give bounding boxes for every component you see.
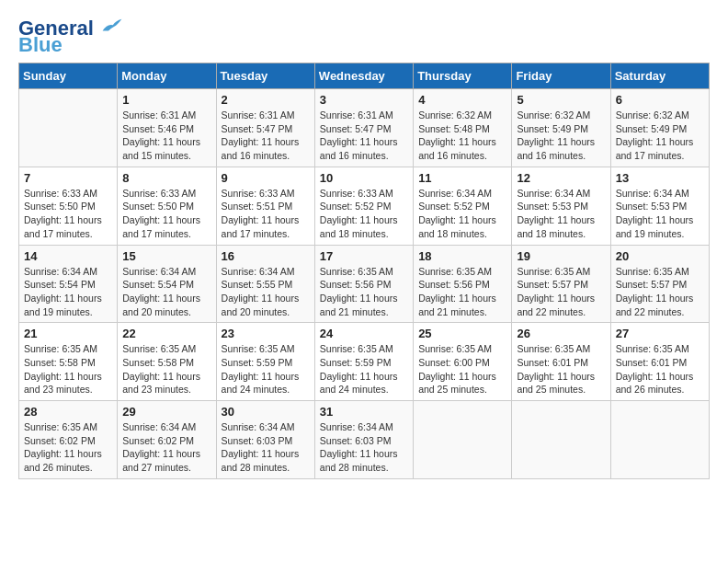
day-info: Sunrise: 6:34 AM Sunset: 5:53 PM Dayligh… [517, 187, 605, 241]
day-number: 30 [222, 405, 310, 419]
logo: General Blue [18, 18, 123, 55]
weekday-header-wednesday: Wednesday [314, 63, 413, 89]
day-number: 24 [320, 327, 408, 340]
calendar-cell: 13Sunrise: 6:34 AM Sunset: 5:53 PM Dayli… [610, 167, 709, 245]
calendar-cell: 31Sunrise: 6:34 AM Sunset: 6:03 PM Dayli… [314, 401, 413, 479]
calendar-cell: 20Sunrise: 6:35 AM Sunset: 5:57 PM Dayli… [610, 245, 709, 323]
calendar-cell: 22Sunrise: 6:35 AM Sunset: 5:58 PM Dayli… [118, 323, 216, 401]
day-info: Sunrise: 6:35 AM Sunset: 5:57 PM Dayligh… [517, 265, 605, 319]
weekday-header-saturday: Saturday [610, 63, 709, 89]
calendar-cell [512, 401, 610, 479]
calendar-cell: 15Sunrise: 6:34 AM Sunset: 5:54 PM Dayli… [118, 245, 216, 323]
day-number: 25 [418, 327, 506, 340]
day-info: Sunrise: 6:35 AM Sunset: 6:02 PM Dayligh… [24, 420, 112, 475]
day-number: 18 [418, 249, 506, 263]
day-info: Sunrise: 6:35 AM Sunset: 5:56 PM Dayligh… [320, 265, 408, 319]
calendar-cell: 11Sunrise: 6:34 AM Sunset: 5:52 PM Dayli… [414, 167, 512, 245]
day-number: 23 [222, 327, 310, 340]
day-info: Sunrise: 6:34 AM Sunset: 5:55 PM Dayligh… [222, 265, 310, 319]
day-info: Sunrise: 6:34 AM Sunset: 6:03 PM Dayligh… [320, 420, 408, 475]
calendar-week-row: 7Sunrise: 6:33 AM Sunset: 5:50 PM Daylig… [19, 167, 710, 245]
day-info: Sunrise: 6:35 AM Sunset: 5:57 PM Dayligh… [616, 265, 704, 319]
day-info: Sunrise: 6:32 AM Sunset: 5:48 PM Dayligh… [418, 109, 506, 163]
calendar-cell [19, 89, 118, 167]
calendar-week-row: 28Sunrise: 6:35 AM Sunset: 6:02 PM Dayli… [19, 401, 710, 479]
calendar-cell: 4Sunrise: 6:32 AM Sunset: 5:48 PM Daylig… [414, 89, 512, 167]
day-info: Sunrise: 6:34 AM Sunset: 5:54 PM Dayligh… [24, 265, 112, 319]
page-header: General Blue [18, 18, 710, 55]
calendar-cell: 10Sunrise: 6:33 AM Sunset: 5:52 PM Dayli… [314, 167, 413, 245]
calendar-cell: 26Sunrise: 6:35 AM Sunset: 6:01 PM Dayli… [512, 323, 610, 401]
calendar-cell: 8Sunrise: 6:33 AM Sunset: 5:50 PM Daylig… [118, 167, 216, 245]
logo-bird-icon [101, 17, 123, 35]
day-info: Sunrise: 6:34 AM Sunset: 5:53 PM Dayligh… [616, 187, 704, 241]
calendar-cell: 30Sunrise: 6:34 AM Sunset: 6:03 PM Dayli… [216, 401, 314, 479]
day-number: 2 [222, 93, 310, 107]
day-info: Sunrise: 6:35 AM Sunset: 5:58 PM Dayligh… [122, 342, 210, 396]
day-number: 3 [320, 93, 408, 107]
day-number: 28 [24, 405, 112, 419]
calendar-week-row: 1Sunrise: 6:31 AM Sunset: 5:46 PM Daylig… [19, 89, 710, 167]
weekday-header-sunday: Sunday [19, 63, 118, 89]
day-number: 20 [616, 249, 704, 263]
day-info: Sunrise: 6:32 AM Sunset: 5:49 PM Dayligh… [517, 109, 605, 163]
day-number: 11 [418, 171, 506, 185]
calendar-cell: 17Sunrise: 6:35 AM Sunset: 5:56 PM Dayli… [314, 245, 413, 323]
calendar-cell: 18Sunrise: 6:35 AM Sunset: 5:56 PM Dayli… [414, 245, 512, 323]
day-number: 8 [122, 171, 210, 185]
day-info: Sunrise: 6:33 AM Sunset: 5:50 PM Dayligh… [122, 187, 210, 241]
day-number: 10 [320, 171, 408, 185]
day-number: 17 [320, 249, 408, 263]
day-number: 9 [222, 171, 310, 185]
day-info: Sunrise: 6:31 AM Sunset: 5:47 PM Dayligh… [222, 109, 310, 163]
calendar-cell: 27Sunrise: 6:35 AM Sunset: 6:01 PM Dayli… [610, 323, 709, 401]
calendar-cell: 28Sunrise: 6:35 AM Sunset: 6:02 PM Dayli… [19, 401, 118, 479]
day-number: 31 [320, 405, 408, 419]
calendar-cell: 25Sunrise: 6:35 AM Sunset: 6:00 PM Dayli… [414, 323, 512, 401]
day-info: Sunrise: 6:34 AM Sunset: 6:03 PM Dayligh… [222, 420, 310, 475]
day-info: Sunrise: 6:32 AM Sunset: 5:49 PM Dayligh… [616, 109, 704, 163]
calendar-cell: 24Sunrise: 6:35 AM Sunset: 5:59 PM Dayli… [314, 323, 413, 401]
day-info: Sunrise: 6:33 AM Sunset: 5:50 PM Dayligh… [24, 187, 112, 241]
day-number: 13 [616, 171, 704, 185]
day-number: 29 [122, 405, 210, 419]
day-info: Sunrise: 6:35 AM Sunset: 5:58 PM Dayligh… [24, 342, 112, 396]
day-info: Sunrise: 6:34 AM Sunset: 5:54 PM Dayligh… [122, 265, 210, 319]
day-number: 14 [24, 249, 112, 263]
day-number: 12 [517, 171, 605, 185]
day-info: Sunrise: 6:33 AM Sunset: 5:51 PM Dayligh… [222, 187, 310, 241]
day-info: Sunrise: 6:34 AM Sunset: 6:02 PM Dayligh… [122, 420, 210, 475]
day-number: 4 [418, 93, 506, 107]
weekday-header-thursday: Thursday [414, 63, 512, 89]
day-number: 6 [616, 93, 704, 107]
day-info: Sunrise: 6:35 AM Sunset: 5:56 PM Dayligh… [418, 265, 506, 319]
day-number: 16 [222, 249, 310, 263]
day-info: Sunrise: 6:35 AM Sunset: 5:59 PM Dayligh… [320, 342, 408, 396]
calendar-cell: 23Sunrise: 6:35 AM Sunset: 5:59 PM Dayli… [216, 323, 314, 401]
day-number: 7 [24, 171, 112, 185]
calendar-week-row: 21Sunrise: 6:35 AM Sunset: 5:58 PM Dayli… [19, 323, 710, 401]
calendar-cell: 5Sunrise: 6:32 AM Sunset: 5:49 PM Daylig… [512, 89, 610, 167]
calendar-cell: 12Sunrise: 6:34 AM Sunset: 5:53 PM Dayli… [512, 167, 610, 245]
calendar-cell [610, 401, 709, 479]
weekday-header-tuesday: Tuesday [216, 63, 314, 89]
day-info: Sunrise: 6:34 AM Sunset: 5:52 PM Dayligh… [418, 187, 506, 241]
calendar-cell: 16Sunrise: 6:34 AM Sunset: 5:55 PM Dayli… [216, 245, 314, 323]
calendar-cell: 6Sunrise: 6:32 AM Sunset: 5:49 PM Daylig… [610, 89, 709, 167]
day-info: Sunrise: 6:31 AM Sunset: 5:46 PM Dayligh… [122, 109, 210, 163]
calendar-cell: 7Sunrise: 6:33 AM Sunset: 5:50 PM Daylig… [19, 167, 118, 245]
calendar-cell: 2Sunrise: 6:31 AM Sunset: 5:47 PM Daylig… [216, 89, 314, 167]
day-info: Sunrise: 6:35 AM Sunset: 6:00 PM Dayligh… [418, 342, 506, 396]
day-number: 19 [517, 249, 605, 263]
day-info: Sunrise: 6:31 AM Sunset: 5:47 PM Dayligh… [320, 109, 408, 163]
calendar-cell: 29Sunrise: 6:34 AM Sunset: 6:02 PM Dayli… [118, 401, 216, 479]
weekday-header-monday: Monday [118, 63, 216, 89]
weekday-header-row: SundayMondayTuesdayWednesdayThursdayFrid… [19, 63, 710, 89]
calendar-cell: 1Sunrise: 6:31 AM Sunset: 5:46 PM Daylig… [118, 89, 216, 167]
calendar-cell: 9Sunrise: 6:33 AM Sunset: 5:51 PM Daylig… [216, 167, 314, 245]
calendar-week-row: 14Sunrise: 6:34 AM Sunset: 5:54 PM Dayli… [19, 245, 710, 323]
day-number: 15 [122, 249, 210, 263]
day-number: 1 [122, 93, 210, 107]
day-info: Sunrise: 6:33 AM Sunset: 5:52 PM Dayligh… [320, 187, 408, 241]
weekday-header-friday: Friday [512, 63, 610, 89]
